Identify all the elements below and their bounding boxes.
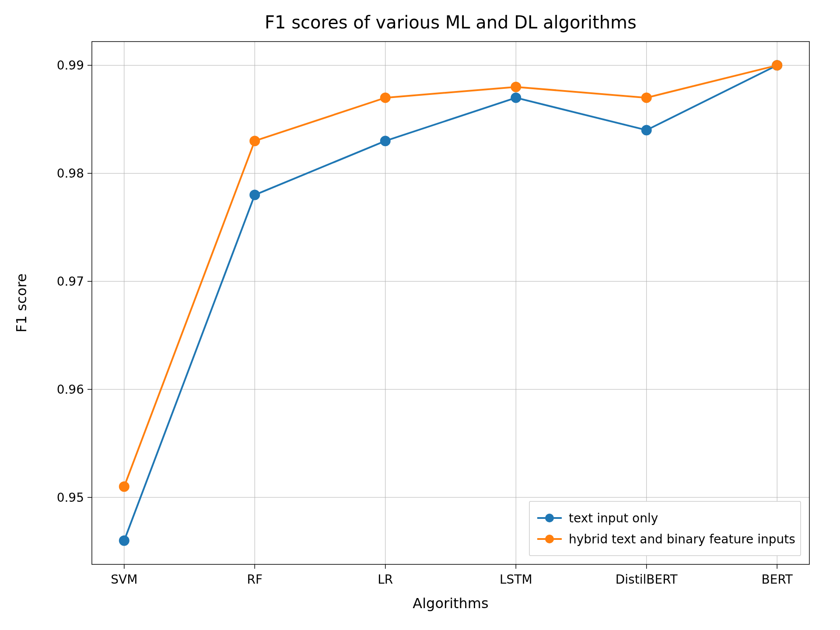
x-tick-label: DistilBERT bbox=[616, 572, 678, 587]
series-marker-0 bbox=[381, 136, 390, 146]
chart-title: F1 scores of various ML and DL algorithm… bbox=[265, 12, 637, 32]
series-marker-1 bbox=[119, 482, 129, 491]
series-marker-0 bbox=[511, 93, 521, 102]
series-line-0 bbox=[124, 65, 777, 540]
y-tick-label: 0.97 bbox=[57, 274, 84, 289]
series-marker-1 bbox=[642, 93, 651, 102]
series-marker-0 bbox=[119, 536, 129, 546]
legend-label: text input only bbox=[569, 511, 658, 525]
x-tick-label: LR bbox=[378, 572, 393, 587]
series-marker-1 bbox=[381, 93, 390, 102]
series-marker-0 bbox=[250, 190, 259, 200]
series-line-1 bbox=[124, 65, 777, 486]
series-marker-1 bbox=[772, 60, 782, 70]
y-tick-label: 0.95 bbox=[57, 490, 84, 505]
series-marker-1 bbox=[250, 136, 259, 146]
legend: text input onlyhybrid text and binary fe… bbox=[529, 501, 801, 556]
x-tick-label: SVM bbox=[111, 572, 137, 587]
legend-box bbox=[529, 501, 801, 556]
legend-swatch-marker bbox=[545, 535, 554, 543]
y-axis-label: F1 score bbox=[13, 273, 30, 332]
y-tick-label: 0.99 bbox=[57, 58, 84, 73]
x-tick-label: BERT bbox=[761, 572, 793, 587]
series-marker-1 bbox=[511, 82, 521, 92]
series-marker-0 bbox=[642, 125, 651, 135]
y-tick-label: 0.96 bbox=[57, 382, 84, 397]
y-tick-label: 0.98 bbox=[57, 166, 84, 181]
x-tick-label: LSTM bbox=[500, 572, 532, 587]
legend-label: hybrid text and binary feature inputs bbox=[569, 532, 795, 546]
x-axis-label: Algorithms bbox=[413, 595, 488, 612]
legend-swatch-marker bbox=[545, 514, 554, 522]
x-tick-label: RF bbox=[247, 572, 262, 587]
chart-container: SVMRFLRLSTMDistilBERTBERT0.950.960.970.9… bbox=[0, 0, 840, 630]
chart-svg: SVMRFLRLSTMDistilBERTBERT0.950.960.970.9… bbox=[0, 0, 840, 630]
